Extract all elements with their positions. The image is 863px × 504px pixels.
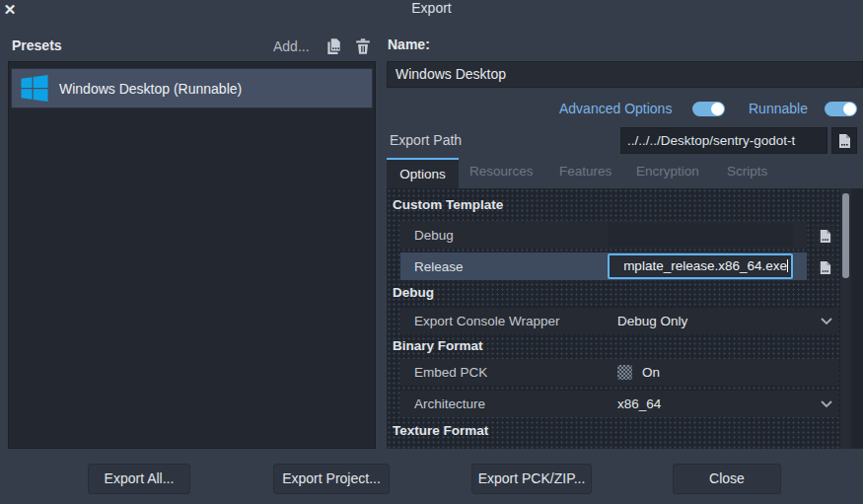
- presets-title: Presets: [12, 37, 62, 53]
- toggle-knob: [711, 103, 724, 115]
- release-template-input[interactable]: mplate_release.x86_64.exe: [608, 253, 793, 279]
- preset-list: Windows Desktop (Runnable): [8, 61, 376, 449]
- export-console-wrapper-select[interactable]: Debug Only: [608, 314, 687, 328]
- embed-pck-label: Embed PCK: [400, 365, 608, 380]
- export-pck-zip-button[interactable]: Export PCK/ZIP...: [471, 464, 592, 494]
- name-input[interactable]: Windows Desktop: [387, 61, 863, 88]
- export-path-label: Export Path: [390, 132, 462, 148]
- preset-item-label: Windows Desktop (Runnable): [59, 81, 242, 97]
- delete-preset-button[interactable]: [353, 36, 373, 56]
- section-debug: Debug: [393, 285, 434, 300]
- advanced-options-toggle[interactable]: [692, 102, 725, 116]
- debug-template-input[interactable]: [608, 223, 793, 247]
- export-dialog: Export ✕ Presets Add...: [0, 0, 863, 504]
- file-icon: [836, 133, 852, 149]
- text-caret: [787, 259, 788, 272]
- release-template-browse-button[interactable]: [813, 255, 836, 279]
- property-row-debug-template: Debug: [400, 221, 807, 249]
- export-path-input[interactable]: ../../../Desktop/sentry-godot-t: [620, 127, 827, 154]
- windows-logo-icon: [20, 75, 49, 102]
- runnable-label: Runnable: [749, 101, 808, 116]
- tab-resources[interactable]: Resources: [469, 164, 534, 179]
- property-row-embed-pck: Embed PCK On: [400, 359, 838, 386]
- export-all-button[interactable]: Export All...: [88, 464, 190, 494]
- section-binary-format: Binary Format: [393, 338, 483, 353]
- scrollbar-thumb[interactable]: [842, 193, 849, 278]
- property-row-architecture: Architecture x86_64: [400, 391, 838, 417]
- close-icon[interactable]: ✕: [0, 0, 20, 20]
- close-button[interactable]: Close: [673, 464, 781, 494]
- debug-template-browse-button[interactable]: [813, 224, 836, 248]
- chevron-down-icon: [821, 400, 832, 407]
- preset-item-windows-desktop[interactable]: Windows Desktop (Runnable): [11, 68, 373, 108]
- embed-pck-value: On: [632, 365, 660, 380]
- toggle-knob: [843, 103, 856, 115]
- export-path-browse-button[interactable]: [831, 127, 857, 154]
- architecture-label: Architecture: [400, 396, 608, 411]
- tab-scripts[interactable]: Scripts: [727, 164, 767, 179]
- debug-template-label: Debug: [400, 228, 608, 243]
- advanced-options-label: Advanced Options: [559, 101, 672, 116]
- dialog-title: Export: [0, 0, 863, 16]
- options-panel: Custom Template Debug Release mplate_rel…: [387, 188, 863, 449]
- property-row-export-console-wrapper: Export Console Wrapper Debug Only: [400, 308, 838, 334]
- tab-encryption[interactable]: Encryption: [636, 164, 699, 179]
- chevron-down-icon: [821, 318, 832, 324]
- export-console-wrapper-label: Export Console Wrapper: [400, 314, 608, 328]
- trash-icon: [354, 37, 372, 55]
- name-label: Name:: [388, 36, 430, 52]
- panel-right-edge: [851, 188, 863, 449]
- section-texture-format: Texture Format: [393, 423, 488, 438]
- tab-options[interactable]: Options: [387, 158, 459, 188]
- file-icon: [818, 229, 832, 244]
- architecture-select[interactable]: x86_64: [608, 396, 661, 411]
- property-row-release-template: Release mplate_release.x86_64.exe: [400, 252, 807, 280]
- release-template-label: Release: [400, 259, 608, 274]
- export-project-button[interactable]: Export Project...: [273, 464, 390, 494]
- duplicate-icon: [324, 37, 342, 55]
- file-icon: [818, 260, 832, 275]
- runnable-toggle[interactable]: [825, 102, 857, 116]
- duplicate-preset-button[interactable]: [324, 36, 343, 56]
- section-custom-template: Custom Template: [393, 197, 503, 212]
- tab-features[interactable]: Features: [559, 164, 611, 179]
- embed-pck-checkbox[interactable]: [617, 365, 632, 380]
- add-preset-button[interactable]: Add...: [273, 38, 310, 54]
